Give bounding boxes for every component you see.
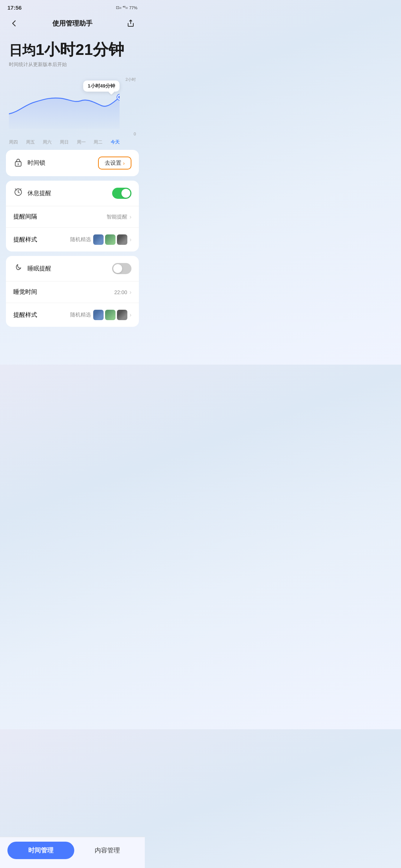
thumb-2 [105, 234, 115, 245]
sleep-reminder-icon [13, 263, 23, 274]
sleep-reminder-left: 睡眠提醒 [13, 263, 51, 274]
day-fri: 周五 [26, 139, 35, 145]
sleep-time-chevron: › [130, 289, 131, 296]
daily-average-subtitle: 时间统计从更新版本后开始 [9, 61, 136, 68]
chart-x-labels: 周四 周五 周六 周日 周一 周二 今天 [9, 136, 120, 145]
sleep-reminder-card: 睡眠提醒 睡觉时间 22:00 › 提醒样式 随机精选 › [6, 256, 139, 327]
daily-average-title: 日均1小时21分钟 [9, 40, 136, 59]
rest-reminder-card: 休息提醒 提醒间隔 智能提醒 › 提醒样式 随机精选 › [6, 181, 139, 251]
back-button[interactable] [7, 17, 21, 30]
reminder-style-label: 提醒样式 [13, 236, 37, 244]
time-lock-left: 时间锁 [13, 157, 45, 169]
rest-reminder-toggle[interactable] [112, 188, 131, 199]
reminder-style-right: 随机精选 › [70, 234, 131, 245]
status-bar: 17:56 ⊡ᵢₗₗ ⁴⁶ᵢₗₗ 77% [0, 0, 145, 14]
reminder-interval-row[interactable]: 提醒间隔 智能提醒 › [6, 206, 139, 228]
thumb-1 [93, 234, 104, 245]
reminder-interval-value: 智能提醒 [107, 214, 127, 220]
sleep-time-value: 22:00 [114, 289, 127, 295]
day-today: 今天 [111, 139, 120, 145]
sleep-time-row[interactable]: 睡觉时间 22:00 › [6, 282, 139, 303]
time-lock-card: 时间锁 去设置 › [6, 150, 139, 176]
header: 使用管理助手 [0, 14, 145, 34]
reminder-style-row[interactable]: 提醒样式 随机精选 › [6, 228, 139, 251]
time-lock-row: 时间锁 去设置 › [6, 150, 139, 176]
rest-reminder-icon [13, 187, 23, 199]
day-tue: 周二 [94, 139, 102, 145]
day-thu: 周四 [9, 139, 18, 145]
sleep-reminder-row: 睡眠提醒 [6, 256, 139, 282]
usage-chart: 2小时 0 1小时49分钟 [9, 77, 136, 136]
reminder-interval-right: 智能提醒 › [107, 214, 131, 220]
reminder-style-thumbs [93, 234, 127, 245]
sleep-reminder-style-row[interactable]: 提醒样式 随机精选 › [6, 303, 139, 327]
day-sat: 周六 [43, 139, 52, 145]
battery-icon: 77% [129, 6, 137, 10]
sleep-reminder-toggle[interactable] [112, 263, 131, 274]
main-content: 日均1小时21分钟 时间统计从更新版本后开始 2小时 0 1小时49分钟 [0, 34, 145, 150]
sleep-reminder-style-label: 提醒样式 [13, 311, 37, 319]
svg-point-7 [20, 190, 20, 191]
y-label-top: 2小时 [121, 77, 136, 82]
sleep-time-label: 睡觉时间 [13, 288, 37, 296]
sleep-reminder-right [112, 263, 131, 274]
day-sun: 周日 [60, 139, 69, 145]
reminder-interval-chevron: › [130, 214, 131, 220]
sleep-time-right: 22:00 › [114, 289, 131, 296]
y-label-bottom: 0 [121, 132, 136, 136]
rest-reminder-label: 休息提醒 [27, 190, 51, 197]
rest-reminder-left: 休息提醒 [13, 187, 51, 199]
day-mon: 周一 [77, 139, 86, 145]
rest-reminder-row: 休息提醒 [6, 181, 139, 206]
daily-average-section: 日均1小时21分钟 时间统计从更新版本后开始 [9, 40, 136, 68]
share-button[interactable] [124, 17, 137, 30]
thumb-3 [117, 234, 127, 245]
signal-icons: ⊡ᵢₗₗ ⁴⁶ᵢₗₗ [116, 5, 128, 10]
sleep-thumb-3 [117, 310, 127, 320]
status-icons: ⊡ᵢₗₗ ⁴⁶ᵢₗₗ 77% [116, 5, 137, 10]
sleep-reminder-label: 睡眠提醒 [27, 265, 51, 273]
rest-reminder-right [112, 188, 131, 199]
reminder-style-chevron: › [130, 236, 131, 243]
sleep-reminder-style-value: 随机精选 [70, 312, 91, 318]
svg-point-6 [16, 190, 17, 191]
reminder-interval-label: 提醒间隔 [13, 213, 37, 221]
chart-y-labels: 2小时 0 [121, 77, 136, 136]
sleep-thumb-2 [105, 310, 115, 320]
page-title: 使用管理助手 [52, 19, 92, 28]
time-lock-icon [13, 157, 23, 169]
sleep-reminder-style-right: 随机精选 › [70, 310, 131, 320]
goto-chevron: › [123, 160, 125, 166]
sleep-reminder-style-thumbs [93, 310, 127, 320]
reminder-style-value: 随机精选 [70, 236, 91, 243]
time-lock-goto-button[interactable]: 去设置 › [98, 157, 131, 170]
status-time: 17:56 [7, 4, 22, 11]
sleep-thumb-1 [93, 310, 104, 320]
sleep-reminder-style-chevron: › [130, 312, 131, 318]
time-lock-label: 时间锁 [27, 159, 45, 167]
chart-svg-area [9, 77, 120, 129]
